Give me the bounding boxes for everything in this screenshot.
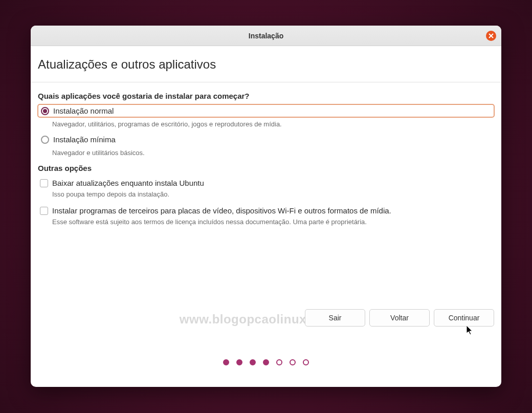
download-updates-desc: Isso poupa tempo depois da instalação. <box>52 190 494 198</box>
continue-button[interactable]: Continuar <box>434 309 494 327</box>
checkbox-icon <box>40 207 48 215</box>
progress-dot <box>223 359 229 365</box>
installer-window: Instalação Atualizações e outros aplicat… <box>31 26 501 387</box>
normal-install-desc: Navegador, utilitários, programas de esc… <box>52 120 494 128</box>
separator <box>31 82 501 82</box>
thirdparty-desc: Esse software está sujeito aos termos de… <box>52 218 494 226</box>
download-updates-label: Baixar atualizações enquanto instala Ubu… <box>52 179 204 187</box>
checkbox-icon <box>40 179 48 187</box>
progress-dot <box>263 359 269 365</box>
other-options-heading: Outras opções <box>38 164 494 172</box>
radio-label-normal: Instalação normal <box>53 106 114 115</box>
close-icon <box>489 33 494 38</box>
progress-dots <box>31 359 501 365</box>
radio-icon <box>41 107 49 115</box>
progress-dot <box>236 359 242 365</box>
thirdparty-label: Instalar programas de terceiros para pla… <box>52 206 391 215</box>
window-title: Instalação <box>249 32 283 40</box>
content-area: Atualizações e outros aplicativos Quais … <box>31 46 501 387</box>
checkbox-thirdparty[interactable]: Instalar programas de terceiros para pla… <box>38 205 494 216</box>
titlebar: Instalação <box>31 26 501 46</box>
radio-normal-install[interactable]: Instalação normal <box>38 104 494 117</box>
minimal-install-desc: Navegador e utilitários básicos. <box>52 149 494 157</box>
back-button[interactable]: Voltar <box>369 309 430 327</box>
progress-dot <box>303 359 309 365</box>
radio-icon <box>41 136 49 144</box>
progress-dot <box>276 359 282 365</box>
close-button[interactable] <box>486 31 496 41</box>
progress-dot <box>290 359 296 365</box>
checkbox-download-updates[interactable]: Baixar atualizações enquanto instala Ubu… <box>38 178 494 188</box>
button-row: Sair Voltar Continuar <box>305 309 494 327</box>
progress-dot <box>250 359 256 365</box>
quit-button[interactable]: Sair <box>305 309 365 327</box>
page-title: Atualizações e outros aplicativos <box>38 57 494 72</box>
install-question: Quais aplicações você gostaria de instal… <box>38 92 494 100</box>
radio-label-minimal: Instalação mínima <box>53 135 116 144</box>
radio-minimal-install[interactable]: Instalação mínima <box>38 133 494 146</box>
